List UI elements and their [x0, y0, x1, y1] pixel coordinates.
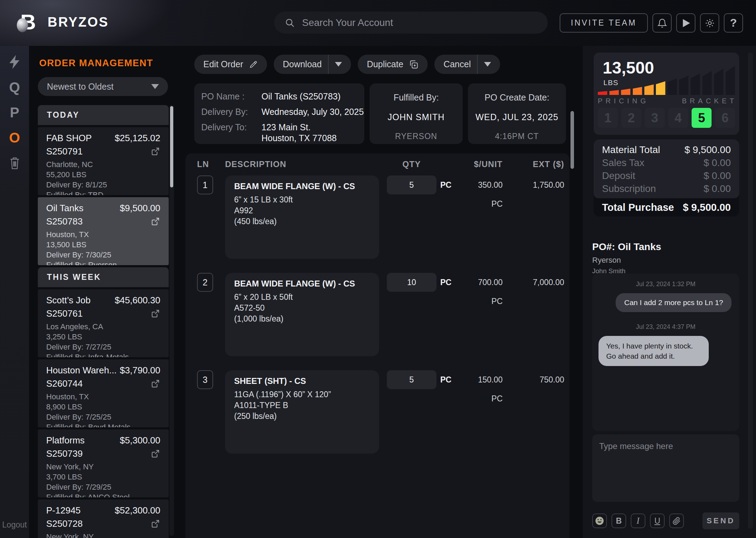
q-icon: Q [9, 80, 20, 95]
message-timestamp: Jul 23, 2024 4:37 PM [598, 323, 734, 331]
order-card-fab-shop[interactable]: FAB SHOP $25,125.02 S250791 Charlotte, N… [38, 127, 169, 195]
account-search[interactable] [274, 12, 548, 34]
line-item-row-1: 1 BEAM WIDE FLANGE (W) - CS 6” x 15 LB x… [197, 175, 569, 259]
external-link-icon[interactable] [150, 379, 160, 388]
qty-input[interactable] [387, 175, 436, 194]
nav-orders-active[interactable]: O [7, 130, 23, 145]
panel-title: ORDER MANAGEMENT [39, 58, 174, 69]
order-card-scotts-job[interactable]: Scott’s Job $45,600.30 S250761 Los Angel… [38, 289, 169, 357]
italic-button[interactable]: I [631, 513, 645, 528]
order-list-scrollbar-thumb[interactable] [170, 106, 173, 187]
col-qty: QTY [387, 159, 436, 169]
external-link-icon[interactable] [150, 449, 160, 458]
order-details: Houston, TX 13,500 LBS Deliver By: 7/30/… [46, 229, 160, 265]
send-button[interactable]: SEND [702, 512, 739, 529]
po-summary-row: PO Name : Oil Tanks (S250783) Delivery B… [194, 83, 569, 144]
cancel-button[interactable]: Cancel [434, 55, 500, 74]
chat-message-sent: Can I add 2 more pcs to Ln 1? [616, 293, 732, 312]
bold-button[interactable]: B [611, 513, 626, 528]
pricing-bracket-caption: PRICING BRACKET [598, 97, 737, 105]
chat-message-input[interactable] [599, 441, 732, 495]
nav-trash[interactable] [7, 155, 23, 171]
nav-quotes[interactable]: Q [7, 80, 23, 95]
underline-button[interactable]: U [650, 513, 665, 528]
search-input[interactable] [302, 17, 537, 28]
unit-price: 150.00 PC [466, 370, 503, 408]
order-name: Houston Wareh... [46, 365, 117, 375]
create-date-label: PO Create Date: [485, 92, 550, 103]
order-number: S250739 [46, 448, 83, 459]
qty-input[interactable] [387, 370, 436, 389]
attach-button[interactable] [669, 513, 684, 528]
main-scrollbar-thumb[interactable] [570, 111, 574, 169]
col-description: DESCRIPTION [225, 159, 387, 169]
message-timestamp: Jul 23, 2024 1:32 PM [598, 281, 734, 288]
pencil-icon [249, 60, 258, 69]
order-card-platforms[interactable]: Platforms $5,300.00 S250739 New York, NY… [38, 429, 169, 497]
order-card-oil-tanks-selected[interactable]: Oil Tanks $9,500.00 S250783 Houston, TX … [38, 197, 169, 265]
order-details: New York, NY [46, 532, 160, 538]
chat-format-toolbar: B I U SEND [592, 512, 739, 529]
edit-order-button[interactable]: Edit Order [194, 55, 267, 74]
order-details: Los Angeles, CA 3,250 LBS Deliver By: 7/… [46, 322, 160, 357]
chat-message-received: Yes, I have plenty in stock. Go ahead an… [598, 336, 709, 366]
logout-link[interactable]: Logout [0, 520, 29, 530]
fulfilled-by-label: Fulfilled By: [393, 92, 439, 103]
chevron-down-icon [484, 62, 491, 67]
external-link-icon[interactable] [150, 216, 160, 226]
sort-dropdown[interactable]: Newest to Oldest [38, 77, 168, 96]
bracket-1: 1 [598, 108, 618, 128]
item-description-card: BEAM WIDE FLANGE (W) - CS 6” x 15 LB x 3… [225, 175, 379, 259]
bracket-5-active: 5 [692, 108, 712, 128]
line-items-table: LN DESCRIPTION QTY $/UNIT EXT ($) 1 BEAM… [186, 153, 569, 538]
uom-label: PC [436, 370, 466, 389]
line-items-header: LN DESCRIPTION QTY $/UNIT EXT ($) [197, 159, 569, 169]
external-link-icon[interactable] [150, 519, 160, 529]
lightning-icon [8, 54, 22, 70]
col-unit-price: $/UNIT [466, 159, 503, 169]
material-total-row: Material Total$ 9,500.00 [602, 143, 731, 156]
trash-icon [8, 156, 21, 170]
order-number: S250728 [46, 518, 83, 529]
bracket-3: 3 [645, 108, 665, 128]
gear-icon [705, 18, 715, 28]
line-item-row-2: 2 BEAM WIDE FLANGE (W) - CS 6” x 20 LB x… [197, 273, 569, 356]
chat-company: Ryerson [592, 256, 661, 265]
order-detail-main: Edit Order Download Duplicate Cancel [186, 46, 569, 538]
order-card-houston-warehouse[interactable]: Houston Wareh... $3,790.00 S260744 Houst… [38, 359, 169, 427]
download-button[interactable]: Download [274, 55, 351, 74]
chat-po-title: PO#: Oil Tanks [592, 241, 661, 253]
settings-button[interactable] [700, 13, 719, 33]
nav-quick-actions[interactable] [7, 54, 23, 70]
order-list: TODAY FAB SHOP $25,125.02 S250791 Charlo… [38, 105, 169, 538]
po-info-card: PO Name : Oil Tanks (S250783) Delivery B… [194, 83, 364, 144]
nav-rail: Q P O Logout [0, 46, 29, 538]
duplicate-button[interactable]: Duplicate [358, 55, 428, 74]
order-name: P-12945 [46, 505, 80, 516]
order-card-p12945[interactable]: P-12945 $52,300.00 S250728 New York, NY [38, 499, 169, 538]
order-number: S250783 [46, 216, 83, 227]
pricing-bars [598, 67, 735, 95]
external-link-icon[interactable] [150, 146, 160, 156]
nav-purchase-orders[interactable]: P [7, 105, 23, 120]
brand-logo: B BRYZOS [20, 11, 109, 33]
order-details: New York, NY 3,700 LBS Deliver By: 7/29/… [46, 462, 160, 497]
order-totals-card: Material Total$ 9,500.00 Sales Tax$ 0.00… [594, 139, 739, 216]
external-link-icon[interactable] [150, 309, 160, 318]
po-name-label: PO Name : [201, 91, 261, 102]
qty-input[interactable] [387, 273, 436, 292]
ext-price: 7,000.00 [503, 273, 564, 292]
notifications-button[interactable] [652, 13, 672, 33]
header-actions: INVITE TEAM ? [560, 13, 743, 33]
bracket-4: 4 [668, 108, 688, 128]
question-icon: ? [730, 16, 737, 29]
walkthrough-button[interactable] [676, 13, 695, 33]
order-toolbar: Edit Order Download Duplicate Cancel [194, 55, 569, 74]
delivery-by-value: Wednesday, July 30, 2025 [261, 106, 364, 117]
invite-team-button[interactable]: INVITE TEAM [560, 13, 648, 33]
help-button[interactable]: ? [724, 13, 743, 33]
total-purchase-row: Total Purchase$ 9,500.00 [594, 198, 739, 216]
order-number: S250791 [46, 146, 83, 157]
emoji-button[interactable] [592, 513, 607, 528]
divider [328, 55, 329, 74]
